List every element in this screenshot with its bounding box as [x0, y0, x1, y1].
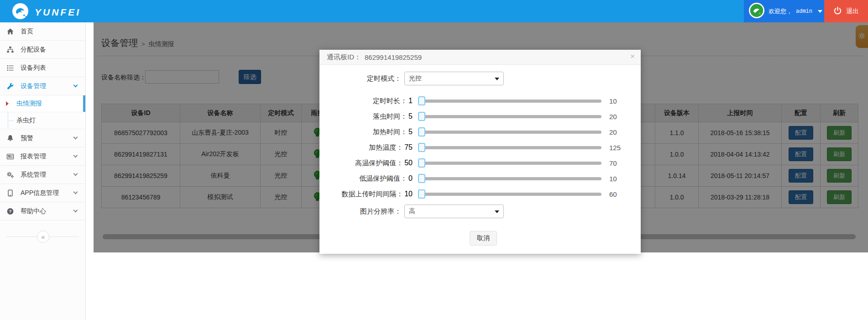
welcome-text: 欢迎您， — [769, 7, 792, 16]
chevron-down-icon — [73, 190, 78, 194]
slider-thumb[interactable] — [418, 112, 425, 121]
modal-title-label: 通讯板ID： — [327, 53, 361, 62]
slider-current-value: 50 — [404, 159, 413, 167]
slider-thumb[interactable] — [418, 174, 425, 183]
slider-track[interactable] — [419, 131, 601, 134]
power-icon — [833, 6, 842, 16]
modal-body: 定时模式： 光控 定时时长：110落虫时间：520加热时间：520加热温度：75… — [319, 72, 641, 246]
slider-label: 数据上传时间间隔：10 — [326, 190, 413, 199]
sidebar-item-10[interactable]: ?帮助中心 — [0, 202, 85, 220]
sidebar-item-label: 系统管理 — [21, 171, 46, 179]
slider-current-value: 5 — [408, 128, 413, 136]
chevron-down-icon — [73, 208, 78, 213]
modal-header: 通讯板ID： 862991419825259 × — [319, 50, 641, 65]
resolution-value: 高 — [409, 207, 415, 215]
timer-mode-value: 光控 — [409, 74, 422, 83]
slider-max-value: 20 — [609, 128, 630, 136]
sidebar-item-8[interactable]: 系统管理 — [0, 166, 85, 184]
logout-button[interactable]: 退出 — [824, 0, 868, 22]
chevron-down-icon — [73, 172, 78, 176]
sidebar-item-label: 预警 — [21, 134, 33, 142]
slider-row-4: 高温保护阈值：5070 — [326, 155, 641, 171]
resolution-row: 图片分辨率： 高 — [326, 205, 641, 218]
question-icon: ? — [6, 208, 15, 215]
slider-label: 落虫时间：5 — [326, 112, 413, 121]
sidebar-item-6[interactable]: 预警 — [0, 129, 85, 147]
sidebar-item-label: 分配设备 — [21, 46, 46, 54]
user-menu[interactable]: 欢迎您， admin — [744, 0, 824, 22]
slider-track[interactable] — [419, 193, 601, 196]
slider-row-0: 定时时长：110 — [326, 93, 641, 109]
home-icon — [6, 28, 15, 35]
slider-thumb[interactable] — [418, 127, 425, 136]
slider-thumb[interactable] — [418, 189, 425, 199]
sidebar-item-0[interactable]: 首页 — [0, 22, 85, 41]
slider-current-value: 75 — [404, 143, 413, 151]
resolution-label: 图片分辨率： — [326, 207, 401, 216]
cancel-button[interactable]: 取消 — [470, 231, 497, 246]
slider-label: 加热时间：5 — [326, 128, 413, 136]
sidebar-subitem-4[interactable]: 虫情测报 — [0, 95, 85, 112]
active-caret-icon — [6, 101, 9, 106]
slider-row-6: 数据上传时间间隔：1060 — [326, 186, 641, 202]
resolution-select[interactable]: 高 — [404, 205, 504, 218]
slider-label-text: 定时时长： — [373, 97, 407, 105]
list-icon — [6, 64, 15, 72]
slider-thumb[interactable] — [418, 143, 425, 152]
device-config-modal: 通讯板ID： 862991419825259 × 定时模式： 光控 定时时长：1… — [319, 50, 641, 254]
slider-label-text: 加热温度： — [369, 143, 403, 151]
slider-max-value: 10 — [609, 97, 630, 105]
chevron-down-icon — [73, 83, 78, 88]
timer-mode-label: 定时模式： — [326, 74, 401, 83]
brand-logo-icon — [12, 3, 29, 21]
sidebar-item-label: 设备列表 — [21, 64, 46, 72]
select-caret-icon — [495, 78, 499, 80]
sidebar-item-3[interactable]: 设备管理 — [0, 77, 85, 95]
slider-track[interactable] — [419, 177, 601, 180]
slider-track[interactable] — [419, 162, 601, 165]
topbar: YUNFEI 欢迎您， admin 退出 — [0, 0, 868, 22]
slider-label-text: 落虫时间： — [373, 112, 407, 120]
brand: YUNFEI — [12, 3, 81, 21]
slider-label-text: 高温保护阈值： — [355, 159, 403, 167]
chevron-down-icon — [73, 153, 78, 158]
slider-track[interactable] — [419, 100, 601, 103]
slider-thumb[interactable] — [418, 158, 425, 168]
wrench-icon — [6, 83, 15, 90]
close-icon[interactable]: × — [630, 52, 635, 61]
slider-max-value: 125 — [609, 144, 630, 152]
slider-track[interactable] — [419, 115, 601, 118]
slider-current-value: 5 — [408, 112, 413, 120]
timer-mode-select[interactable]: 光控 — [404, 72, 504, 85]
sidebar-item-9[interactable]: APP信息管理 — [0, 184, 85, 202]
slider-thumb[interactable] — [418, 96, 425, 105]
chevron-down-icon — [818, 10, 822, 13]
slider-track[interactable] — [419, 146, 601, 149]
sidebar-item-label: 报表管理 — [21, 152, 46, 161]
slider-label: 低温保护阈值：0 — [326, 174, 413, 183]
sidebar-item-1[interactable]: 分配设备 — [0, 41, 85, 59]
tablet-icon — [6, 189, 15, 197]
slider-label-text: 加热时间： — [373, 128, 407, 136]
sitemap-icon — [6, 46, 15, 53]
collapse-sidebar-button[interactable]: « — [37, 231, 49, 243]
slider-max-value: 20 — [609, 113, 630, 121]
slider-label: 高温保护阈值：50 — [326, 159, 413, 168]
slider-row-3: 加热温度：75125 — [326, 140, 641, 155]
slider-max-value: 10 — [609, 175, 630, 183]
sidebar-item-label: 帮助中心 — [21, 207, 46, 215]
username: admin — [796, 8, 812, 15]
sidebar-item-7[interactable]: 报表管理 — [0, 147, 85, 166]
slider-current-value: 1 — [408, 97, 413, 105]
sidebar-item-2[interactable]: 设备列表 — [0, 59, 85, 77]
slider-current-value: 10 — [404, 190, 413, 198]
sidebar-nav: 首页分配设备设备列表设备管理虫情测报杀虫灯预警报表管理系统管理APP信息管理?帮… — [0, 22, 85, 220]
bell-icon — [6, 135, 15, 142]
slider-max-value: 70 — [609, 159, 630, 167]
report-icon — [6, 153, 15, 160]
sidebar-item-label: APP信息管理 — [21, 189, 59, 197]
sidebar-subitem-label: 杀虫灯 — [16, 116, 36, 125]
brand-name: YUNFEI — [35, 7, 81, 18]
slider-max-value: 60 — [609, 190, 630, 198]
sidebar-subitem-5[interactable]: 杀虫灯 — [0, 112, 85, 129]
